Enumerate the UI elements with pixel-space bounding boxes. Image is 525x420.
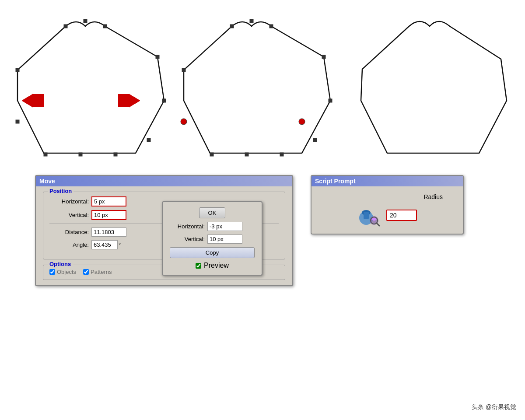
- svg-rect-17: [270, 24, 273, 28]
- svg-marker-14: [118, 94, 129, 107]
- angle-input[interactable]: [91, 240, 118, 249]
- svg-marker-12: [33, 94, 44, 107]
- fp-vertical-label: Vertical:: [170, 236, 205, 242]
- move-dialog-title: Move: [36, 176, 292, 186]
- script-icon: [357, 204, 380, 227]
- horizontal-label: Horizontal:: [49, 198, 89, 205]
- distance-input[interactable]: [91, 228, 126, 237]
- svg-rect-20: [313, 138, 317, 142]
- svg-rect-9: [16, 120, 19, 123]
- objects-checkbox-label[interactable]: Objects: [49, 269, 76, 275]
- svg-rect-8: [44, 153, 47, 156]
- svg-rect-7: [79, 153, 82, 156]
- svg-line-32: [377, 223, 379, 226]
- fp-vertical-row: Vertical:: [170, 234, 255, 244]
- svg-rect-0: [64, 24, 67, 28]
- fp-horizontal-label: Horizontal:: [170, 223, 205, 230]
- shape3: [354, 13, 508, 171]
- shape1: [9, 13, 171, 171]
- svg-marker-11: [22, 94, 33, 107]
- vertical-label: Vertical:: [49, 212, 89, 218]
- svg-rect-4: [162, 99, 166, 102]
- svg-rect-3: [156, 55, 159, 59]
- patterns-label: Patterns: [91, 269, 112, 275]
- radius-input[interactable]: [386, 210, 417, 221]
- patterns-checkbox[interactable]: [83, 269, 89, 275]
- options-label: Options: [48, 261, 73, 267]
- fp-vertical-input[interactable]: [207, 234, 242, 244]
- horizontal-input[interactable]: [91, 196, 126, 206]
- preview-row: Preview: [170, 262, 255, 270]
- svg-rect-15: [230, 24, 234, 28]
- objects-checkbox[interactable]: [49, 269, 55, 275]
- svg-rect-22: [245, 153, 248, 156]
- script-dialog: Script Prompt Radius: [311, 175, 464, 234]
- distance-label: Distance:: [49, 229, 89, 235]
- fp-horizontal-row: Horizontal:: [170, 222, 255, 231]
- fp-horizontal-input[interactable]: [207, 222, 242, 231]
- svg-rect-21: [280, 153, 284, 156]
- script-content: [357, 204, 417, 227]
- objects-label: Objects: [57, 269, 76, 275]
- watermark: 头条 @衍果视觉: [472, 403, 516, 411]
- svg-rect-30: [364, 212, 369, 219]
- svg-rect-23: [210, 153, 214, 156]
- ok-button[interactable]: OK: [199, 207, 226, 218]
- position-label: Position: [48, 188, 74, 194]
- preview-label: Preview: [204, 262, 229, 270]
- shapes-area: [0, 9, 525, 175]
- svg-point-27: [299, 119, 305, 125]
- svg-marker-13: [129, 94, 140, 107]
- degree-symbol: °: [119, 242, 121, 248]
- script-dialog-title: Script Prompt: [312, 176, 463, 186]
- svg-rect-10: [16, 68, 19, 72]
- vertical-input[interactable]: [91, 210, 126, 220]
- svg-rect-6: [114, 153, 117, 156]
- svg-rect-5: [147, 138, 150, 142]
- svg-rect-1: [84, 19, 87, 23]
- patterns-checkbox-label[interactable]: Patterns: [83, 269, 112, 275]
- svg-rect-2: [103, 24, 107, 28]
- dialogs-area: Move Position Horizontal: Vertical: Dist…: [0, 175, 525, 420]
- radius-label: Radius: [424, 193, 443, 200]
- svg-point-26: [181, 119, 187, 125]
- svg-rect-19: [329, 99, 332, 102]
- svg-rect-16: [250, 19, 253, 23]
- shape2: [175, 13, 337, 171]
- svg-rect-18: [322, 55, 326, 59]
- preview-checkbox[interactable]: [196, 263, 201, 269]
- tool-icon-svg: [357, 204, 380, 227]
- angle-label: Angle:: [49, 242, 89, 248]
- floating-panel: OK Horizontal: Vertical: Copy Preview: [162, 201, 262, 276]
- copy-button[interactable]: Copy: [170, 247, 255, 258]
- svg-rect-25: [182, 68, 186, 72]
